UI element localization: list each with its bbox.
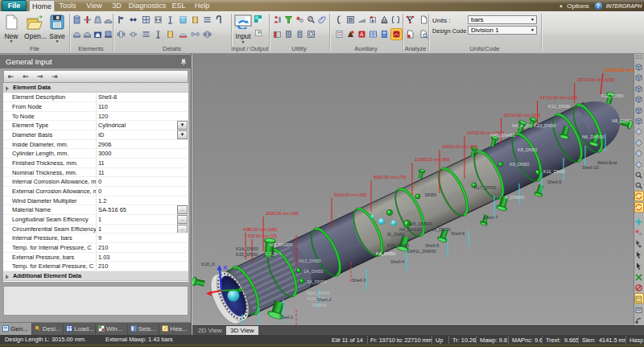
- svg-text:K8_DN50: K8_DN50: [518, 147, 537, 152]
- svg-text:N4_A_DN-K10_DN50: N4_A_DN-K10_DN50: [512, 123, 555, 128]
- svg-text:M2_DN300: M2_DN300: [270, 242, 292, 247]
- svg-text:DN600: DN600: [312, 303, 326, 308]
- svg-text:Shell-1: Shell-1: [279, 315, 293, 320]
- svg-text:N45_DN450: N45_DN450: [490, 133, 515, 138]
- svg-text:K12_DN50: K12_DN50: [601, 93, 623, 98]
- svg-text:Shell-9: Shell-9: [547, 180, 561, 184]
- svg-text:K11_DN50: K11_DN50: [543, 169, 565, 174]
- svg-text:N8_DN50: N8_DN50: [612, 118, 632, 123]
- svg-text:N2A_DN50: N2A_DN50: [307, 291, 329, 295]
- svg-text:K 2_D n: K 2_D n: [265, 251, 281, 256]
- svg-text:14010.00 mm [90]: 14010.00 mm [90]: [442, 144, 477, 149]
- svg-text:DN50: DN50: [425, 192, 436, 197]
- svg-text:N12_DN50: N12_DN50: [299, 258, 321, 263]
- svg-text:K9_DN50: K9_DN50: [510, 162, 529, 167]
- svg-text:N28_DN500: N28_DN500: [407, 221, 432, 226]
- svg-text:LWN2_DN600: LWN2_DN600: [407, 249, 436, 254]
- svg-text:K1A_DN50: K1A_DN50: [236, 246, 258, 251]
- svg-text:1A_DN50: 1A_DN50: [303, 269, 323, 274]
- svg-text:25710.00 mm [130]: 25710.00 mm [130]: [577, 77, 615, 82]
- svg-text:J6_DN50: J6_DN50: [386, 232, 405, 237]
- svg-text:22710.00 mm [120]: 22710.00 mm [120]: [540, 95, 578, 100]
- svg-text:K12_DN50: K12_DN50: [548, 104, 570, 109]
- svg-text:Shell-5: Shell-5: [425, 243, 439, 248]
- svg-text:Weld End: Weld End: [597, 160, 617, 165]
- svg-text:8020.00 mm [70]: 8020.00 mm [70]: [374, 175, 407, 180]
- svg-text:A: A: [360, 31, 364, 37]
- svg-text:Shell-4: Shell-4: [390, 259, 404, 264]
- svg-text:K4_DN50: K4_DN50: [376, 251, 395, 256]
- svg-text:3A_DN50: 3A_DN50: [307, 279, 326, 284]
- svg-text:K18_D: K18_D: [201, 262, 215, 266]
- svg-text:Shell-10: Shell-10: [582, 165, 599, 170]
- svg-text:K28_DN60: K28_DN60: [387, 243, 409, 248]
- svg-text:19710.00 mm [110]: 19710.00 mm [110]: [504, 113, 542, 118]
- svg-text:4385.00 mm (180): 4385.00 mm (180): [243, 227, 278, 232]
- svg-text:Shell-3: Shell-3: [352, 278, 365, 283]
- svg-text:K15_DN50: K15_DN50: [236, 252, 258, 257]
- svg-text:Shell-2: Shell-2: [317, 297, 331, 302]
- svg-text:27010.00 mm: 27010.00 mm: [605, 68, 634, 72]
- svg-text:5010.00 mm [50]: 5010.00 mm [50]: [334, 192, 367, 197]
- svg-text:Shell-7: Shell-7: [484, 215, 497, 220]
- svg-text:A_DN600: A_DN600: [505, 195, 524, 200]
- svg-text:L8_DN50: L8_DN50: [431, 227, 451, 232]
- svg-text:X: X: [223, 264, 228, 271]
- svg-text:Shell-6: Shell-6: [451, 231, 464, 236]
- svg-text:2000.00 mm [30]: 2000.00 mm [30]: [266, 211, 299, 216]
- svg-text:12080.00 mm [80]: 12080.00 mm [80]: [415, 157, 450, 162]
- svg-text:N6_DN500: N6_DN500: [582, 134, 605, 139]
- svg-text:515.00 mm [15]: 515.00 mm [15]: [248, 233, 278, 238]
- svg-text:K17_DN50: K17_DN50: [474, 185, 496, 190]
